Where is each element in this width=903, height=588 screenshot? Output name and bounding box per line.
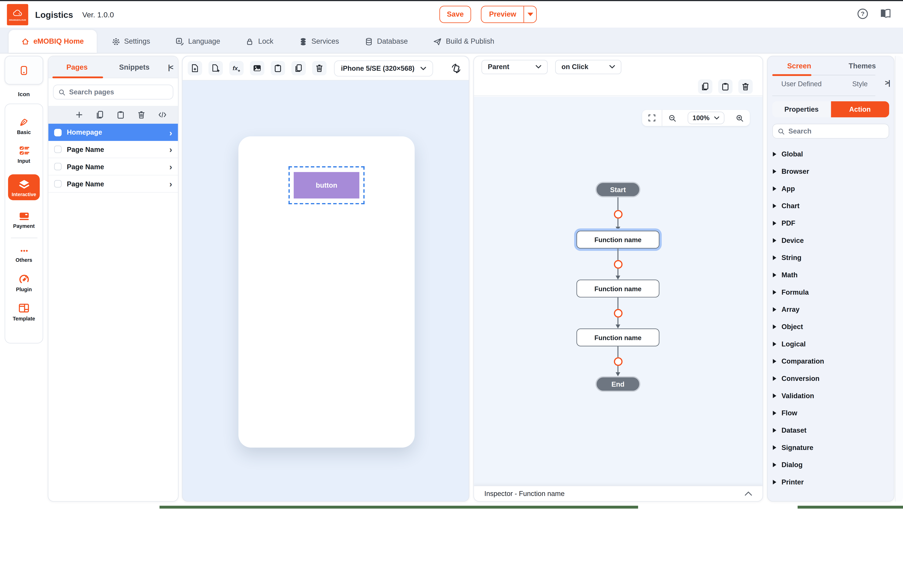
sidebar-item-icon[interactable] (5, 56, 43, 85)
chevron-right-icon[interactable]: › (169, 128, 172, 137)
page-checkbox[interactable] (54, 129, 61, 136)
new-page-button[interactable] (188, 61, 202, 75)
category-validation[interactable]: Validation (768, 387, 894, 405)
category-device[interactable]: Device (768, 232, 894, 249)
category-math[interactable]: Math (768, 266, 894, 284)
delete-node-button[interactable] (738, 79, 753, 94)
fit-view-button[interactable] (642, 110, 661, 126)
sidebar-item-input[interactable]: Input (5, 146, 42, 164)
code-view-icon[interactable] (158, 110, 167, 119)
category-dataset[interactable]: Dataset (768, 422, 894, 439)
category-dialog[interactable]: Dialog (768, 456, 894, 474)
chevron-right-icon[interactable]: › (169, 145, 172, 154)
category-object[interactable]: Object (768, 318, 894, 336)
flow-node-start[interactable]: Start (595, 182, 640, 198)
delete-page-icon[interactable] (137, 110, 146, 119)
help-icon[interactable] (857, 8, 868, 20)
page-checkbox[interactable] (54, 146, 61, 153)
flow-canvas[interactable]: 100% Start Function name Function name (474, 97, 763, 487)
page-row[interactable]: Page Name › (49, 141, 178, 158)
tab-pages[interactable]: Pages (49, 63, 105, 71)
category-comparation[interactable]: Comparation (768, 353, 894, 370)
category-pdf[interactable]: PDF (768, 215, 894, 232)
page-checkbox[interactable] (54, 180, 61, 187)
sidebar-item-basic[interactable]: Basic (5, 118, 42, 135)
insert-image-button[interactable] (250, 61, 264, 75)
preview-dropdown-toggle[interactable] (524, 6, 536, 22)
flow-connector[interactable] (614, 260, 622, 269)
flow-connector[interactable] (614, 210, 622, 219)
flow-connector[interactable] (614, 357, 622, 366)
tab-user-defined[interactable]: User Defined (772, 80, 831, 91)
tab-screen[interactable]: Screen (768, 62, 831, 70)
category-browser[interactable]: Browser (768, 163, 894, 180)
add-page-icon[interactable] (75, 110, 83, 119)
inspector-bar[interactable]: Inspector - Function name (474, 486, 763, 501)
action-search-input[interactable] (788, 127, 884, 135)
delete-button[interactable] (312, 61, 327, 75)
copy-page-icon[interactable] (96, 110, 104, 119)
scrollbar-track[interactable] (895, 56, 903, 502)
copy-button[interactable] (291, 61, 306, 75)
flow-node-function-3[interactable]: Function name (576, 329, 659, 347)
save-button[interactable]: Save (439, 6, 471, 23)
tab-lock[interactable]: Lock (243, 30, 276, 53)
tab-themes[interactable]: Themes (831, 62, 894, 70)
sidebar-item-template[interactable]: Template (5, 303, 42, 321)
category-logical[interactable]: Logical (768, 336, 894, 353)
page-row[interactable]: Page Name › (49, 158, 178, 176)
sidebar-item-payment[interactable]: Payment (5, 210, 42, 229)
category-array[interactable]: Array (768, 301, 894, 318)
category-app[interactable]: App (768, 180, 894, 198)
chevron-right-icon[interactable]: › (169, 162, 172, 171)
page-row-homepage[interactable]: Homepage › (49, 124, 178, 141)
page-checkbox[interactable] (54, 163, 61, 170)
category-chart[interactable]: Chart (768, 198, 894, 215)
preview-split-button[interactable]: Preview (481, 6, 537, 23)
category-signature[interactable]: Signature (768, 439, 894, 456)
zoom-in-button[interactable] (730, 110, 750, 126)
tab-services[interactable]: Services (296, 30, 341, 53)
zoom-level-select[interactable]: 100% (687, 112, 724, 124)
copy-node-button[interactable] (698, 79, 713, 94)
docs-book-icon[interactable] (879, 8, 892, 19)
preview-button-label[interactable]: Preview (481, 6, 524, 22)
parent-select[interactable]: Parent (481, 60, 548, 74)
category-flow[interactable]: Flow (768, 405, 894, 422)
device-select[interactable]: iPhone 5/SE (320×568) (334, 60, 433, 76)
collapse-panel-icon[interactable]: |< (163, 63, 178, 71)
paste-button[interactable] (271, 61, 285, 75)
sidebar-item-others[interactable]: Others (5, 247, 42, 263)
tab-style[interactable]: Style (831, 80, 889, 91)
paste-node-button[interactable] (718, 79, 733, 94)
tab-settings[interactable]: Settings (109, 30, 153, 53)
flow-node-end[interactable]: End (595, 376, 640, 392)
tab-build-publish[interactable]: Build & Publish (431, 30, 497, 53)
zoom-out-button[interactable] (662, 110, 682, 126)
tab-emobiq-home[interactable]: eMOBIQ Home (9, 30, 96, 53)
tab-database[interactable]: Database (362, 30, 410, 53)
event-select[interactable]: on Click (555, 60, 621, 74)
category-conversion[interactable]: Conversion (768, 370, 894, 387)
category-string[interactable]: String (768, 249, 894, 267)
flow-connector[interactable] (614, 309, 622, 318)
segment-action[interactable]: Action (831, 101, 889, 117)
segment-properties[interactable]: Properties (772, 101, 831, 117)
category-global[interactable]: Global (768, 146, 894, 163)
paste-page-icon[interactable] (116, 110, 125, 119)
category-formula[interactable]: Formula (768, 284, 894, 301)
category-printer[interactable]: Printer (768, 474, 894, 491)
flow-node-function-2[interactable]: Function name (576, 280, 659, 298)
expand-panel-icon[interactable]: >| (885, 79, 890, 87)
canvas-button-widget[interactable]: button (294, 172, 359, 199)
sidebar-item-plugin[interactable]: Plugin (5, 273, 42, 292)
rotate-device-button[interactable] (451, 63, 461, 73)
sidebar-item-interactive[interactable]: Interactive (8, 174, 40, 200)
pages-search-input[interactable] (69, 88, 168, 96)
chevron-up-icon[interactable] (745, 491, 752, 496)
tab-snippets[interactable]: Snippets (105, 63, 163, 71)
function-magic-button[interactable] (229, 61, 244, 75)
generate-page-button[interactable] (208, 61, 223, 75)
tab-language[interactable]: Language (173, 30, 222, 53)
page-row[interactable]: Page Name › (49, 176, 178, 193)
